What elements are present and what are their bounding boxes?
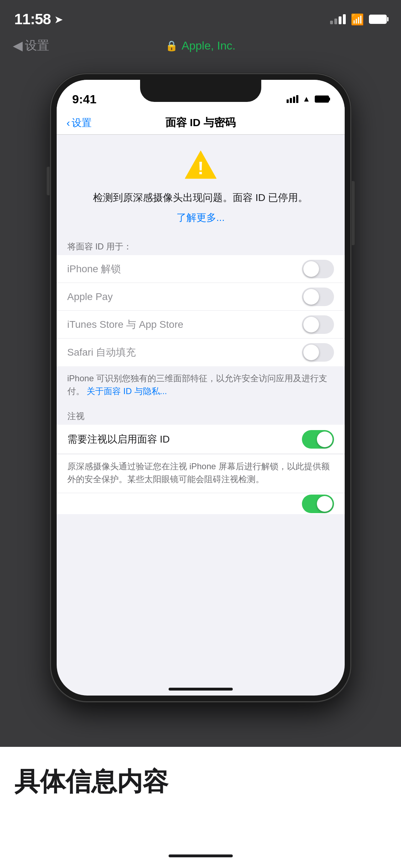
apple-pay-row[interactable]: Apple Pay <box>57 283 345 311</box>
warning-message: 检测到原深感摄像头出现问题。面容 ID 已停用。 <box>67 190 334 205</box>
phone-screen: 9:41 ▲ ‹ 设置 面容 ID 与 <box>57 80 345 696</box>
nav-title-text: Apple, Inc. <box>181 39 235 52</box>
wifi-icon: 📶 <box>351 13 364 26</box>
toggle-knob-4 <box>303 345 319 360</box>
attention-section: 注视 需要注视以启用面容 ID 原深感摄像头通过验证您在注视 iPhone 屏幕… <box>57 403 345 493</box>
iphone-unlock-toggle[interactable] <box>302 260 334 278</box>
green-lock-icon: 🔒 <box>165 40 178 52</box>
attention-row-label: 需要注视以启用面容 ID <box>67 433 170 446</box>
inner-wifi-icon: ▲ <box>303 94 310 104</box>
extra-row <box>57 493 345 514</box>
extra-toggle[interactable] <box>302 495 334 513</box>
status-left: 11:58 ➤ <box>14 11 63 28</box>
inner-status-right: ▲ <box>287 94 329 104</box>
content-area: ! 检测到原深感摄像头出现问题。面容 ID 已停用。 了解更多... 将面容 I… <box>57 135 345 514</box>
warning-triangle-icon: ! <box>183 149 219 180</box>
toggle-knob-5 <box>317 432 333 447</box>
attention-description: 原深感摄像头通过验证您在注视 iPhone 屏幕后进行解锁，以此提供额外的安全保… <box>57 454 345 493</box>
toggle-knob-6 <box>317 496 333 512</box>
back-label: 设置 <box>25 37 49 54</box>
inner-signal-icon <box>287 95 298 103</box>
back-arrow-icon: ◀ <box>13 38 23 53</box>
inner-battery-icon <box>315 95 329 103</box>
phone-wrapper: 9:41 ▲ ‹ 设置 面容 ID 与 <box>0 60 401 701</box>
toggle-knob <box>303 261 319 277</box>
face-id-section: 将面容 ID 用于： iPhone 解锁 Apple Pay <box>57 235 345 403</box>
bottom-main-text: 具体信息内容 <box>14 765 168 799</box>
inner-back-arrow-icon: ‹ <box>67 117 70 129</box>
signal-icon <box>330 14 346 24</box>
iphone-unlock-row[interactable]: iPhone 解锁 <box>57 255 345 283</box>
apple-pay-toggle[interactable] <box>302 288 334 306</box>
iphone-unlock-label: iPhone 解锁 <box>67 262 121 276</box>
attention-toggle[interactable] <box>302 430 334 449</box>
outer-time: 11:58 <box>14 11 51 28</box>
safari-autofill-toggle[interactable] <box>302 343 334 362</box>
itunes-store-toggle[interactable] <box>302 315 334 334</box>
location-icon: ➤ <box>54 13 63 26</box>
inner-time: 9:41 <box>72 92 97 106</box>
safari-autofill-row[interactable]: Safari 自动填充 <box>57 339 345 366</box>
bottom-text-area: 具体信息内容 <box>0 747 401 868</box>
learn-more-link[interactable]: 了解更多... <box>176 212 225 223</box>
phone-frame: 9:41 ▲ ‹ 设置 面容 ID 与 <box>51 74 350 701</box>
toggle-knob-3 <box>303 317 319 332</box>
outer-nav-bar: ◀ 设置 🔒 Apple, Inc. <box>0 31 401 60</box>
status-right: 📶 <box>330 13 387 26</box>
face-id-group-label: 将面容 ID 用于： <box>57 235 345 255</box>
inner-nav-bar: ‹ 设置 面容 ID 与密码 <box>57 111 345 135</box>
back-button[interactable]: ◀ 设置 <box>13 37 49 54</box>
face-id-info-text: iPhone 可识别您独有的三维面部特征，以允许安全访问应用及进行支付。 关于面… <box>57 366 345 403</box>
svg-text:!: ! <box>197 158 204 178</box>
itunes-store-row[interactable]: iTunes Store 与 App Store <box>57 311 345 339</box>
privacy-link[interactable]: 关于面容 ID 与隐私... <box>87 386 167 396</box>
warning-section: ! 检测到原深感摄像头出现问题。面容 ID 已停用。 了解更多... <box>57 135 345 235</box>
notch <box>140 80 261 102</box>
itunes-store-label: iTunes Store 与 App Store <box>67 318 184 331</box>
inner-nav-title: 面容 ID 与密码 <box>165 115 236 130</box>
apple-pay-label: Apple Pay <box>67 291 113 303</box>
attention-row: 需要注视以启用面容 ID 原深感摄像头通过验证您在注视 iPhone 屏幕后进行… <box>57 425 345 493</box>
attention-section-label: 注视 <box>57 403 345 425</box>
home-indicator <box>169 688 233 691</box>
safari-autofill-label: Safari 自动填充 <box>67 346 136 359</box>
outer-nav-title: 🔒 Apple, Inc. <box>165 39 235 52</box>
toggle-knob-2 <box>303 289 319 305</box>
battery-icon <box>369 15 387 24</box>
inner-back-button[interactable]: ‹ 设置 <box>67 116 92 130</box>
bottom-bar <box>169 854 233 857</box>
face-id-settings-section: iPhone 解锁 Apple Pay iTun <box>57 255 345 366</box>
outer-status-bar: 11:58 ➤ 📶 <box>0 0 401 31</box>
attention-row-inner[interactable]: 需要注视以启用面容 ID <box>57 425 345 454</box>
inner-back-label: 设置 <box>72 116 92 130</box>
